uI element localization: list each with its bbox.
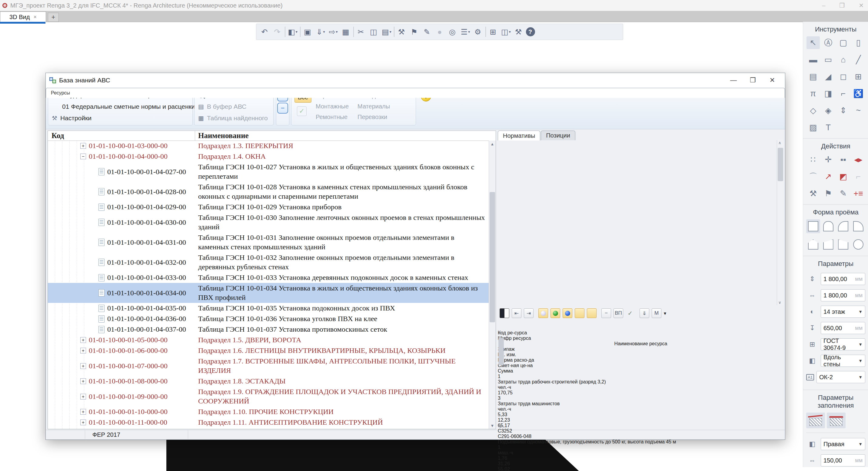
tab-pozicii[interactable]: Позиции (541, 130, 575, 140)
floor-tool-icon[interactable]: ▬ (806, 53, 820, 66)
tab-resources[interactable]: Ресурсы (46, 88, 785, 98)
tree-expander-icon[interactable]: + (80, 143, 86, 149)
help-icon[interactable]: ? (526, 27, 535, 36)
sphere-icon[interactable]: ● (434, 26, 445, 38)
tree-row[interactable]: + 01-01-10-00-01-10-000-00 Подраздел 1.1… (48, 407, 489, 417)
shape-quarter-left[interactable] (836, 219, 850, 233)
annotation-tool-icon[interactable]: Ⓐ (822, 36, 835, 49)
structure-icon[interactable]: ⊞ (488, 26, 499, 38)
tree-expander-icon[interactable] (98, 259, 104, 266)
filter-toggle[interactable]: Перевозки (358, 114, 393, 121)
price-tags-icon[interactable]: ⚑ (409, 26, 420, 38)
offset-action-icon[interactable]: ⌐ (851, 170, 865, 183)
hatch-tool-icon[interactable]: ▨ (806, 121, 820, 134)
sill-type-2-button[interactable] (827, 412, 845, 428)
shape-arched[interactable] (822, 219, 835, 233)
tab-close-icon[interactable]: × (33, 14, 37, 20)
col-res-unit[interactable]: Ед. изм. (498, 352, 784, 357)
rotate-action-icon[interactable]: ⌒ (806, 170, 820, 183)
circular-array-action-icon[interactable]: ✛ (822, 153, 835, 166)
open-folder-icon[interactable]: ▣ (302, 26, 313, 38)
mirror-action-icon[interactable]: ◂▸ (851, 153, 865, 166)
tree-row[interactable]: 01-01-10-00-01-04-029-00 Таблица ГЭСН 10… (48, 202, 489, 212)
gears-icon[interactable]: ⚙ (473, 26, 484, 38)
paste-icon[interactable]: ▤▾ (381, 26, 392, 38)
scroll-down-icon[interactable]: ▼ (489, 422, 496, 429)
filter-green-toggle[interactable] (551, 308, 560, 318)
tree-expander-icon[interactable] (98, 168, 104, 176)
remove-resource-button[interactable]: − (601, 308, 611, 318)
add-list-action-icon[interactable]: +≡ (851, 187, 865, 200)
tree-expander-icon[interactable]: + (80, 363, 86, 369)
tree-expander-icon[interactable] (98, 219, 104, 226)
filter-labor-toggle[interactable] (538, 308, 548, 318)
tree-row[interactable]: 01-01-10-00-01-04-035-00 Таблица ГЭСН 10… (48, 303, 489, 314)
scroll-up-icon[interactable]: ∧ (499, 331, 502, 335)
tree-row[interactable]: 01-01-10-00-01-04-037-00 Таблица ГЭСН 10… (48, 324, 489, 335)
tree-row[interactable]: + 01-01-10-00-02-00-000-00 Раздел 2. СБО… (48, 428, 489, 429)
foundation-tool-icon[interactable]: ◨ (822, 87, 835, 100)
scroll-up-icon[interactable]: ▲ (489, 140, 496, 147)
model-icon[interactable]: ◧▾ (287, 26, 298, 38)
pointer-tool-icon[interactable]: ↖ (806, 36, 820, 49)
stairs-tool-icon[interactable]: ▤ (806, 70, 820, 83)
dimension-tool-icon[interactable]: ⇕ (836, 104, 850, 117)
tab-3d-view[interactable]: 3D Вид × (0, 11, 46, 22)
filter-check-icon[interactable]: ✓ (297, 106, 307, 116)
shape-trapezoid-right[interactable] (836, 238, 850, 251)
dialog-minimize-button[interactable]: — (724, 76, 743, 84)
cut-icon[interactable]: ✂ (356, 26, 367, 38)
demolish-icon[interactable]: ⚒ (396, 26, 407, 38)
more-dropdown-icon[interactable]: ▾ (664, 311, 666, 316)
shape-circle[interactable] (851, 238, 865, 251)
tree-row[interactable]: − 01-01-10-00-01-04-000-00 Подраздел 1.4… (48, 151, 489, 162)
scroll-up-icon[interactable]: ∧ (778, 140, 781, 145)
elevation-field[interactable]: 650,00мм (821, 322, 865, 334)
beam-tool-icon[interactable]: ╱ (851, 53, 865, 66)
database-book-button[interactable]: 01 Федеральные сметные нормы и расценки (48, 101, 192, 113)
m-button[interactable]: M (652, 308, 661, 318)
export-icon[interactable]: ⇨▾ (328, 26, 339, 38)
filter-materials-toggle[interactable] (575, 308, 584, 318)
undo-icon[interactable]: ↶ (259, 26, 270, 38)
window-tool-icon[interactable]: ⊞ (851, 70, 865, 83)
width-field[interactable]: 1 800,00мм (821, 289, 865, 302)
layers-icon[interactable]: ◫▾ (500, 26, 512, 38)
tree-row[interactable]: + 01-01-10-00-01-05-000-00 Подраздел 1.5… (48, 335, 489, 345)
standard-select[interactable]: ГОСТ 30674-9▼ (821, 338, 865, 350)
shape-rectangle[interactable] (806, 219, 820, 233)
demolish-action-icon[interactable]: ⚒ (806, 187, 820, 200)
col-res-sum[interactable]: Сумма (498, 368, 784, 374)
tree-row[interactable]: 01-01-10-00-01-04-028-00 Таблица ГЭСН 10… (48, 182, 489, 202)
filter-red-toggle[interactable] (587, 308, 596, 318)
linear-array-action-icon[interactable]: ▪▪ (836, 153, 850, 166)
brush-action-icon[interactable]: ✎ (836, 187, 850, 200)
col-res-cipher[interactable]: Шифр ресурса (498, 336, 784, 341)
save-icon[interactable]: ⇓▾ (315, 26, 326, 38)
text-tool-icon[interactable]: T (822, 121, 835, 134)
filter-toggle[interactable]: Монтажные (316, 103, 356, 110)
tree-scrollbar[interactable]: ▲ ▼ (489, 140, 496, 429)
tree-row[interactable]: 01-01-10-00-01-04-032-00 Таблица ГЭСН 10… (48, 252, 489, 272)
close-button[interactable]: ✕ (859, 2, 864, 9)
level-select[interactable]: 14 этаж▼ (821, 306, 865, 318)
target-icon[interactable]: ◎ (447, 26, 458, 38)
roof-tool-icon[interactable]: ⌂ (836, 53, 850, 66)
resource-row[interactable]: 1 Затраты труда рабочих-строителей (разр… (498, 374, 784, 396)
settings-button[interactable]: ⚒ Настройки (48, 113, 192, 124)
norms-scrollbar[interactable]: ∧ ∨ (777, 140, 784, 305)
tree-scroll-thumb[interactable] (490, 192, 495, 322)
col-res-price[interactable]: Смет-ная це-на (498, 363, 784, 368)
dialog-titlebar[interactable]: База знаний АВС — ❒ ✕ (46, 73, 785, 88)
resources-scroll-thumb[interactable] (498, 338, 504, 365)
price-tags-action-icon[interactable]: ⚑ (822, 187, 835, 200)
shape-pentagon[interactable] (806, 238, 820, 251)
tree-row[interactable]: 01-01-10-00-01-04-034-00 Таблица ГЭСН 10… (48, 283, 489, 303)
list-icon[interactable]: ☰▾ (460, 26, 471, 38)
scale-action-icon[interactable]: ↗ (822, 170, 835, 183)
tree-row[interactable]: 01-01-10-00-01-04-036-00 Таблица ГЭСН 10… (48, 314, 489, 324)
move-action-icon[interactable]: ∷ (806, 153, 820, 166)
mark-select[interactable]: ОК-2▼ (816, 371, 865, 383)
tree-expander-icon[interactable] (98, 305, 104, 312)
tree-row[interactable]: + 01-01-10-00-01-08-000-00 Подраздел 1.8… (48, 376, 489, 386)
